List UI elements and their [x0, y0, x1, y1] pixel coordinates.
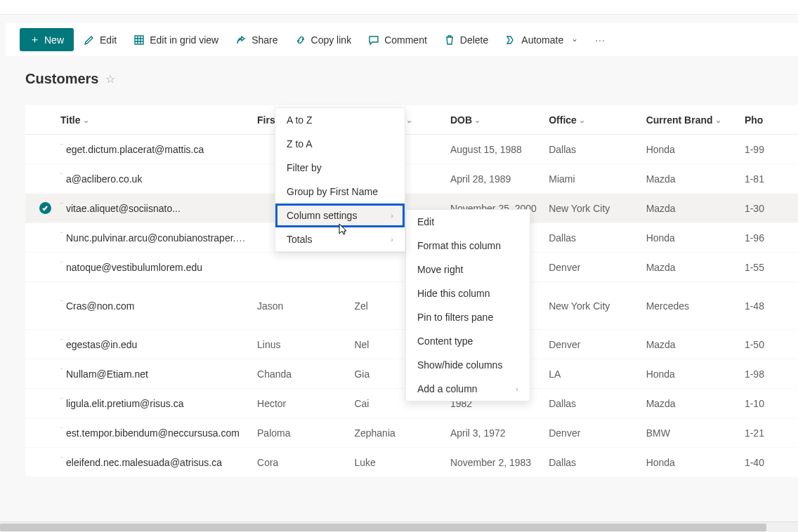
cell-first: Linus [257, 339, 354, 350]
cell-brand: Honda [646, 457, 745, 468]
cell-office: Denver [549, 339, 646, 350]
plus-icon: ＋ [30, 33, 40, 46]
cell-phone: 1-98 [745, 368, 798, 380]
title-link[interactable]: ⋆vitae.aliquet@sociisnato... [60, 203, 181, 214]
submenu-add-column[interactable]: Add a column› [406, 377, 530, 401]
cell-brand: Mercedes [646, 300, 745, 312]
menu-z-to-a[interactable]: Z to A [275, 132, 405, 156]
scrollbar-thumb[interactable] [0, 524, 766, 531]
cell-phone: 1-96 [745, 232, 798, 244]
copylink-button[interactable]: Copy link [288, 30, 359, 50]
trash-icon [444, 34, 455, 46]
submenu-format[interactable]: Format this column [406, 234, 530, 258]
submenu-show-hide[interactable]: Show/hide columns [406, 353, 530, 377]
col-phone[interactable]: Pho [745, 114, 791, 126]
copylink-label: Copy link [311, 34, 352, 46]
cell-phone: 1-10 [745, 398, 798, 409]
automate-button[interactable]: Automate [498, 30, 585, 50]
overflow-button[interactable]: ··· [588, 34, 613, 46]
cell-office: Miami [549, 173, 646, 185]
cell-first: Hector [257, 398, 354, 409]
delete-button[interactable]: Delete [437, 30, 495, 50]
cell-brand: Honda [646, 144, 745, 155]
new-indicator-icon: ⋆ [60, 232, 63, 235]
menu-group-by[interactable]: Group by First Name [275, 180, 405, 204]
submenu-content-type[interactable]: Content type [406, 329, 530, 353]
title-link[interactable]: ⋆Cras@non.com [60, 300, 134, 312]
new-indicator-icon: ⋆ [60, 203, 63, 206]
app-top-strip [0, 0, 798, 15]
new-indicator-icon: ⋆ [60, 262, 63, 265]
new-indicator-icon: ⋆ [60, 398, 63, 401]
delete-label: Delete [460, 34, 488, 46]
cell-brand: Mazda [646, 339, 745, 350]
title-link[interactable]: ⋆natoque@vestibulumlorem.edu [60, 262, 202, 273]
new-indicator-icon: ⋆ [60, 339, 63, 342]
submenu-edit[interactable]: Edit [406, 210, 530, 234]
cell-phone: 1-81 [745, 173, 798, 185]
share-button[interactable]: Share [228, 30, 284, 50]
new-indicator-icon: ⋆ [60, 144, 63, 147]
cell-dob: November 2, 1983 [450, 457, 549, 468]
table-header: Title⌄ First Name⌄ Last Name⌄ DOB⌄ Offic… [25, 105, 798, 135]
comment-button[interactable]: Comment [361, 30, 434, 50]
grid-icon [133, 34, 145, 46]
col-current-brand[interactable]: Current Brand⌄ [646, 114, 738, 126]
column-settings-submenu: Edit Format this column Move right Hide … [405, 209, 530, 401]
new-indicator-icon: ⋆ [60, 457, 63, 460]
new-indicator-icon: ⋆ [60, 368, 63, 371]
menu-column-settings[interactable]: Column settings› [275, 204, 405, 227]
horizontal-scrollbar[interactable] [0, 521, 798, 532]
cell-phone: 1-48 [745, 300, 798, 312]
flow-icon [505, 34, 516, 46]
cell-brand: Mazda [646, 203, 745, 214]
submenu-move-right[interactable]: Move right [406, 258, 530, 281]
title-link[interactable]: ⋆Nunc.pulvinar.arcu@conubianostraper.edu [60, 232, 252, 244]
cell-phone: 1-99 [745, 144, 798, 155]
cell-phone: 1-30 [745, 203, 798, 214]
cell-brand: BMW [646, 427, 745, 439]
favorite-star-icon[interactable]: ☆ [105, 72, 115, 86]
cell-dob: April 3, 1972 [450, 427, 549, 439]
menu-filter-by[interactable]: Filter by [275, 156, 405, 180]
cell-first: Chanda [257, 368, 354, 380]
title-link[interactable]: ⋆Nullam@Etiam.net [60, 368, 148, 380]
col-office[interactable]: Office⌄ [549, 114, 639, 126]
edit-label: Edit [100, 34, 117, 46]
menu-totals[interactable]: Totals› [275, 227, 405, 251]
col-dob[interactable]: DOB⌄ [450, 114, 542, 126]
checkmark-icon [39, 202, 51, 214]
chevron-right-icon: › [516, 385, 518, 393]
cell-first: Paloma [257, 427, 354, 439]
table-row[interactable]: ⋆a@aclibero.co.ukithApril 28, 1989MiamiM… [25, 164, 798, 194]
submenu-pin[interactable]: Pin to filters pane [406, 305, 530, 329]
title-link[interactable]: ⋆eget.dictum.placerat@mattis.ca [60, 144, 204, 155]
submenu-hide[interactable]: Hide this column [406, 281, 530, 305]
chevron-right-icon: › [391, 235, 393, 244]
edit-button[interactable]: Edit [77, 30, 124, 50]
table-row[interactable]: ⋆eget.dictum.placerat@mattis.caelleAugus… [25, 135, 798, 164]
row-select-check[interactable] [32, 202, 58, 214]
menu-a-to-z[interactable]: A to Z [275, 108, 405, 132]
title-link[interactable]: ⋆a@aclibero.co.uk [60, 173, 142, 185]
title-link[interactable]: ⋆eleifend.nec.malesuada@atrisus.ca [60, 457, 222, 468]
cell-office: Dallas [549, 457, 646, 468]
table-row[interactable]: ⋆est.tempor.bibendum@neccursusa.comPalom… [25, 418, 798, 448]
title-link[interactable]: ⋆egestas@in.edu [60, 339, 137, 350]
new-button-label: New [44, 34, 64, 46]
list-title: Customers [25, 71, 98, 87]
cell-brand: Honda [646, 232, 745, 244]
table-row[interactable]: ⋆eleifend.nec.malesuada@atrisus.caCoraLu… [25, 448, 798, 477]
cell-office: LA [549, 368, 646, 380]
chevron-down-icon: ⌄ [474, 116, 480, 125]
cell-office: Dallas [549, 144, 646, 155]
col-title[interactable]: Title⌄ [60, 114, 250, 126]
edit-grid-button[interactable]: Edit in grid view [126, 30, 225, 50]
edit-grid-label: Edit in grid view [150, 34, 218, 46]
title-link[interactable]: ⋆ligula.elit.pretium@risus.ca [60, 398, 184, 409]
cell-office: Dallas [549, 398, 646, 409]
cell-office: Denver [549, 427, 646, 439]
comment-icon [368, 34, 379, 46]
title-link[interactable]: ⋆est.tempor.bibendum@neccursusa.com [60, 427, 240, 439]
new-button[interactable]: ＋ New [20, 28, 74, 51]
